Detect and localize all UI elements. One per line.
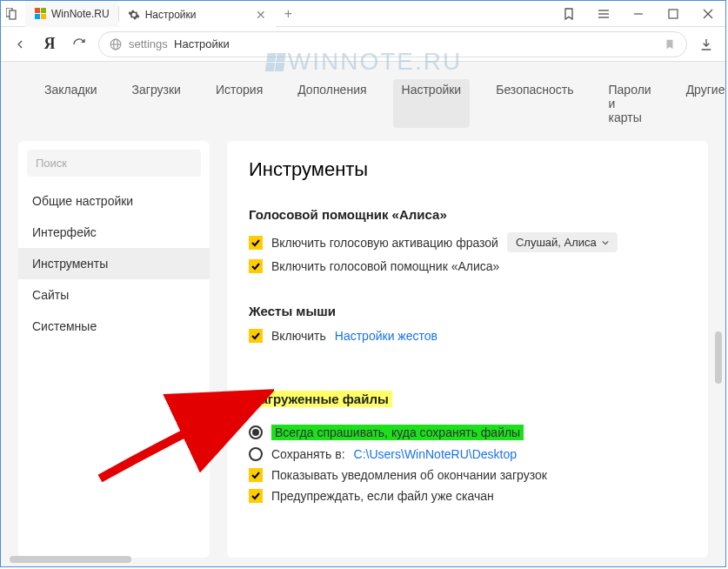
svg-rect-6 <box>669 10 678 18</box>
horizontal-scrollbar[interactable] <box>10 554 708 565</box>
label-alice-voice: Включить голосовую активацию фразой <box>271 236 498 250</box>
titlebar: WinNote.RU Настройки ✕ + <box>1 1 725 27</box>
nav-other[interactable]: Другие <box>678 79 725 128</box>
globe-icon <box>110 38 122 50</box>
main-area: Поиск Общие настройки Интерфейс Инструме… <box>1 141 725 566</box>
nav-bookmarks[interactable]: Закладки <box>36 79 106 128</box>
sidebar-item-general[interactable]: Общие настройки <box>18 185 210 217</box>
link-gesture-settings[interactable]: Настройки жестов <box>335 329 437 343</box>
label-gestures: Включить <box>271 329 326 343</box>
sidebar-item-sites[interactable]: Сайты <box>18 279 210 311</box>
checkbox-alice-enable[interactable] <box>249 259 263 273</box>
label-save-to: Сохранять в: <box>271 447 345 461</box>
reload-button[interactable] <box>69 34 90 55</box>
nav-history[interactable]: История <box>207 79 271 128</box>
panel-title: Инструменты <box>249 158 686 181</box>
link-save-path[interactable]: C:\Users\WinNoteRU\Desktop <box>354 447 518 461</box>
label-always-ask: Всегда спрашивать, куда сохранять файлы <box>271 425 524 440</box>
bookmark-icon[interactable] <box>664 38 676 50</box>
address-bar[interactable]: settings Настройки <box>98 31 687 57</box>
nav-security[interactable]: Безопасность <box>487 79 582 128</box>
vertical-scrollbar[interactable] <box>713 131 724 566</box>
section-gestures-title: Жесты мыши <box>249 304 686 318</box>
section-alice-title: Голосовой помощник «Алиса» <box>249 207 686 222</box>
checkbox-gestures[interactable] <box>249 329 263 343</box>
tab-title: Настройки <box>145 9 197 21</box>
sidebar: Поиск Общие настройки Интерфейс Инструме… <box>18 141 210 558</box>
tab-settings[interactable]: Настройки ✕ <box>119 1 276 27</box>
checkbox-notify-complete[interactable] <box>249 468 263 482</box>
label-warn-downloaded: Предупреждать, если файл уже скачан <box>271 489 494 503</box>
settings-nav: Закладки Загрузки История Дополнения Нас… <box>1 62 725 141</box>
sidebar-item-interface[interactable]: Интерфейс <box>18 217 210 248</box>
settings-panel: Инструменты Голосовой помощник «Алиса» В… <box>227 141 708 558</box>
chevron-down-icon <box>602 239 609 246</box>
tab-title: WinNote.RU <box>51 8 110 20</box>
nav-downloads[interactable]: Загрузки <box>124 79 190 128</box>
checkbox-warn-downloaded[interactable] <box>249 489 263 503</box>
new-tab-button[interactable]: + <box>276 6 301 22</box>
section-downloads-title: Загруженные файлы <box>249 391 392 407</box>
radio-save-to[interactable] <box>249 447 263 461</box>
menu-icon[interactable] <box>586 1 621 27</box>
nav-passwords[interactable]: Пароли и карты <box>600 79 660 128</box>
window-icon <box>1 8 25 20</box>
search-input[interactable]: Поиск <box>27 150 201 177</box>
gear-icon <box>128 9 140 21</box>
sidebar-item-tools[interactable]: Инструменты <box>18 248 210 279</box>
checkbox-alice-voice[interactable] <box>249 236 263 250</box>
address-text: settings Настройки <box>129 37 657 50</box>
download-button[interactable] <box>696 34 717 55</box>
bookmark-menu-icon[interactable] <box>551 1 586 27</box>
dropdown-alice-phrase[interactable]: Слушай, Алиса <box>507 232 618 252</box>
tab-winnote[interactable]: WinNote.RU <box>25 1 118 27</box>
browser-window: WinNote.RU Настройки ✕ + <box>0 0 726 567</box>
toolbar: Я settings Настройки <box>1 27 725 62</box>
close-icon[interactable]: ✕ <box>255 9 267 21</box>
nav-settings[interactable]: Настройки <box>393 79 471 128</box>
favicon-ms <box>34 8 46 20</box>
content-area: Закладки Загрузки История Дополнения Нас… <box>1 62 725 566</box>
nav-addons[interactable]: Дополнения <box>289 79 375 128</box>
label-notify-complete: Показывать уведомления об окончании загр… <box>271 468 547 482</box>
minimize-button[interactable] <box>621 1 656 27</box>
yandex-home-button[interactable]: Я <box>39 34 60 55</box>
close-button[interactable] <box>691 1 725 27</box>
sidebar-item-system[interactable]: Системные <box>18 311 210 342</box>
radio-always-ask[interactable] <box>249 425 263 439</box>
maximize-button[interactable] <box>656 1 691 27</box>
label-alice-enable: Включить голосовой помощник «Алиса» <box>271 259 499 273</box>
svg-rect-1 <box>10 10 16 19</box>
back-button[interactable] <box>10 34 30 55</box>
